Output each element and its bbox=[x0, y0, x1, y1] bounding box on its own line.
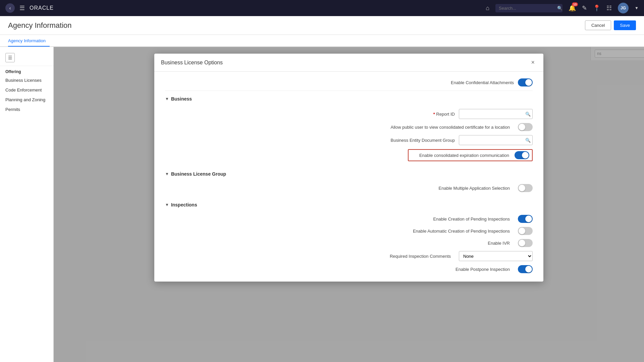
topbar-right: ⌂ 🔍 🔔 13 ✎ 📍 ☷ JG ▼ bbox=[486, 3, 639, 13]
avatar-dropdown-icon[interactable]: ▼ bbox=[635, 6, 639, 10]
creation-pending-label: Enable Creation of Pending Inspections bbox=[433, 217, 514, 222]
content-area: 🔍 Business License Options × Enable Conf… bbox=[54, 47, 644, 362]
toggle-thumb bbox=[519, 124, 525, 130]
inspections-section-header: ▼ Inspections bbox=[165, 202, 533, 207]
toggle-thumb bbox=[519, 228, 525, 234]
expiration-highlight-wrapper: Enable consolidated expiration communica… bbox=[408, 149, 533, 161]
page-title: Agency Information bbox=[8, 21, 72, 30]
modal: Business License Options × Enable Confid… bbox=[154, 54, 543, 282]
inspections-section-title: Inspections bbox=[171, 202, 197, 207]
modal-title: Business License Options bbox=[161, 60, 223, 66]
toggle-thumb bbox=[522, 152, 529, 159]
oracle-logo: ORACLE bbox=[30, 5, 54, 11]
public-consolidated-label: Allow public user to view consolidated c… bbox=[390, 125, 514, 130]
ivr-toggle[interactable] bbox=[518, 239, 533, 247]
sidebar-item-permits[interactable]: Permits bbox=[0, 105, 53, 114]
toggle-thumb bbox=[525, 79, 532, 86]
user-avatar[interactable]: JG bbox=[618, 3, 629, 13]
hamburger-icon[interactable]: ☰ bbox=[19, 4, 25, 12]
sidebar-item-business-licenses[interactable]: Business Licenses bbox=[0, 75, 53, 85]
topbar: ‹ ☰ ORACLE ⌂ 🔍 🔔 13 ✎ 📍 ☷ JG ▼ bbox=[0, 0, 644, 16]
business-section: ▼ Business Report ID 🔍 bbox=[165, 96, 533, 163]
postpone-row: Enable Postpone Inspection bbox=[165, 263, 533, 275]
document-group-input-wrapper: 🔍 bbox=[459, 135, 533, 145]
cancel-button[interactable]: Cancel bbox=[585, 20, 611, 30]
modal-overlay: Business License Options × Enable Confid… bbox=[54, 47, 644, 362]
sidebar: ☰ Offering Business Licenses Code Enforc… bbox=[0, 47, 54, 362]
report-id-input-wrapper: 🔍 bbox=[459, 109, 533, 119]
page-header: Agency Information Cancel Save bbox=[0, 16, 644, 35]
confidential-attachments-label: Enable Confidential Attachments bbox=[451, 80, 518, 85]
map-icon[interactable]: 📍 bbox=[593, 4, 600, 12]
required-comments-row: Required Inspection Comments None Option… bbox=[165, 249, 533, 263]
notification-bell-icon[interactable]: 🔔 13 bbox=[569, 4, 576, 12]
creation-pending-row: Enable Creation of Pending Inspections bbox=[165, 213, 533, 225]
sidebar-item-code-enforcement[interactable]: Code Enforcement bbox=[0, 85, 53, 95]
modal-close-button[interactable]: × bbox=[529, 58, 537, 67]
inspections-section: ▼ Inspections Enable Creation of Pending… bbox=[165, 202, 533, 275]
subnav: Agency Information bbox=[0, 35, 644, 47]
inspections-collapse-icon[interactable]: ▼ bbox=[165, 202, 169, 207]
multiple-app-toggle[interactable] bbox=[518, 184, 533, 192]
toggle-thumb bbox=[519, 185, 525, 191]
toggle-thumb bbox=[525, 266, 532, 273]
license-group-collapse-icon[interactable]: ▼ bbox=[165, 172, 169, 176]
document-group-label: Business Entity Document Group bbox=[391, 138, 459, 143]
page: Agency Information Cancel Save Agency In… bbox=[0, 16, 644, 362]
business-collapse-icon[interactable]: ▼ bbox=[165, 97, 169, 101]
modal-body[interactable]: Enable Confidential Attachments ▼ bbox=[154, 72, 543, 282]
sidebar-icon-item: ☰ bbox=[0, 50, 53, 66]
modal-header: Business License Options × bbox=[154, 54, 543, 72]
auto-creation-toggle[interactable] bbox=[518, 227, 533, 235]
business-section-title: Business bbox=[171, 96, 192, 102]
license-group-section: ▼ Business License Group Enable Multiple… bbox=[165, 171, 533, 194]
main-layout: ☰ Offering Business Licenses Code Enforc… bbox=[0, 47, 644, 362]
report-id-row: Report ID 🔍 bbox=[165, 107, 533, 121]
topbar-left: ‹ ☰ ORACLE bbox=[5, 3, 54, 13]
document-group-search-button[interactable]: 🔍 bbox=[523, 135, 533, 145]
expiration-toggle[interactable] bbox=[515, 151, 529, 159]
document-group-input[interactable] bbox=[459, 135, 533, 145]
confidential-attachments-toggle[interactable] bbox=[518, 78, 533, 86]
expiration-label: Enable consolidated expiration communica… bbox=[411, 153, 512, 158]
sidebar-offering-label: Offering bbox=[0, 66, 53, 75]
confidential-attachments-row: Enable Confidential Attachments bbox=[165, 78, 533, 91]
sidebar-item-planning-zoning[interactable]: Planning and Zoning bbox=[0, 95, 53, 105]
license-group-section-header: ▼ Business License Group bbox=[165, 171, 533, 177]
auto-creation-label: Enable Automatic Creation of Pending Ins… bbox=[413, 229, 514, 234]
grid-icon[interactable]: ☷ bbox=[606, 4, 612, 12]
page-header-actions: Cancel Save bbox=[585, 20, 636, 30]
home-icon[interactable]: ⌂ bbox=[486, 5, 489, 12]
subnav-agency-information[interactable]: Agency Information bbox=[8, 36, 50, 47]
expiration-communication-row: Enable consolidated expiration communica… bbox=[165, 147, 533, 163]
multiple-app-label: Enable Multiple Application Selection bbox=[439, 186, 514, 191]
public-consolidated-row: Allow public user to view consolidated c… bbox=[165, 121, 533, 133]
notification-badge: 13 bbox=[572, 2, 578, 6]
topbar-search-box[interactable]: 🔍 bbox=[495, 4, 562, 12]
report-id-search-button[interactable]: 🔍 bbox=[523, 109, 533, 119]
postpone-label: Enable Postpone Inspection bbox=[455, 267, 514, 272]
topbar-search-input[interactable] bbox=[499, 6, 555, 11]
report-id-label: Report ID bbox=[433, 112, 459, 117]
back-button[interactable]: ‹ bbox=[5, 3, 15, 13]
required-comments-label: Required Inspection Comments bbox=[390, 254, 455, 259]
creation-pending-toggle[interactable] bbox=[518, 215, 533, 223]
ivr-row: Enable IVR bbox=[165, 237, 533, 249]
toggle-thumb bbox=[525, 216, 532, 222]
postpone-toggle[interactable] bbox=[518, 265, 533, 273]
topbar-search-icon: 🔍 bbox=[557, 6, 562, 11]
multiple-app-row: Enable Multiple Application Selection bbox=[165, 182, 533, 194]
auto-creation-row: Enable Automatic Creation of Pending Ins… bbox=[165, 225, 533, 237]
ivr-label: Enable IVR bbox=[488, 241, 514, 246]
public-consolidated-toggle[interactable] bbox=[518, 123, 533, 131]
chart-icon[interactable]: ✎ bbox=[582, 4, 587, 12]
license-group-section-title: Business License Group bbox=[171, 171, 226, 177]
business-section-header: ▼ Business bbox=[165, 96, 533, 102]
filter-icon[interactable]: ☰ bbox=[5, 53, 15, 62]
save-button[interactable]: Save bbox=[614, 20, 636, 30]
document-group-row: Business Entity Document Group 🔍 bbox=[165, 133, 533, 147]
report-id-input[interactable] bbox=[459, 109, 533, 119]
required-comments-select[interactable]: None Optional Required bbox=[459, 251, 533, 261]
toggle-thumb bbox=[519, 240, 525, 246]
